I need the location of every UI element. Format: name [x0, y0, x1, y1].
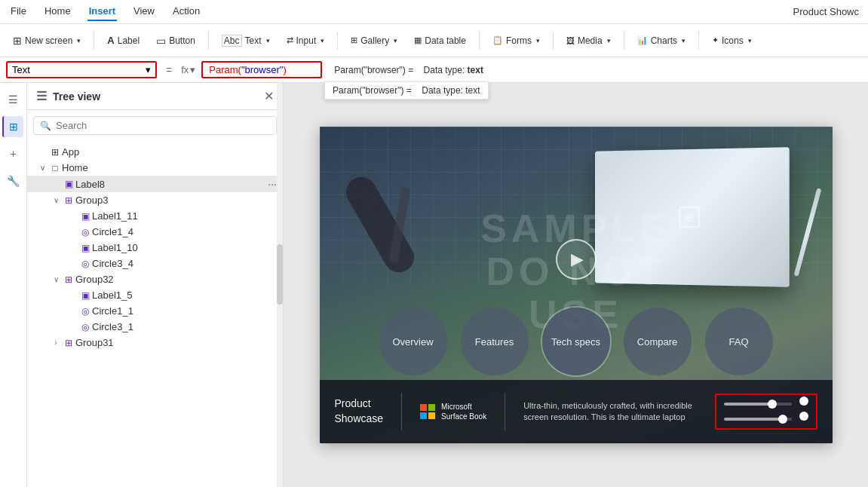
tree-item-label1-5[interactable]: ▣ Label1_5 — [27, 287, 283, 303]
divider-1 — [94, 32, 94, 50]
tree-item-circle1-4-label: Circle1_4 — [92, 226, 283, 237]
search-input[interactable] — [56, 120, 270, 131]
footer-divider-2 — [505, 393, 505, 430]
slider-thumb-2[interactable] — [778, 415, 787, 424]
tree-item-circle3-4-label: Circle3_4 — [92, 258, 283, 269]
formula-fx-button[interactable]: fx ▾ — [181, 64, 195, 75]
button-icon: ▭ — [156, 35, 166, 47]
nav-btn-features[interactable]: Features — [461, 308, 529, 375]
preview-image: ⊞ SAMPLE DO NOT USE ▶ — [320, 127, 833, 443]
tree-item-circle1-1-label: Circle1_1 — [92, 305, 283, 317]
sidebar-plus-icon[interactable]: + — [3, 143, 24, 164]
data-table-label: Data table — [425, 35, 466, 46]
tree-item-circle3-1-label: Circle3_1 — [92, 321, 283, 332]
charts-caret: ▾ — [682, 37, 686, 44]
footer-logo-text: Microsoft Surface Book — [441, 402, 486, 421]
menu-items: File Home Insert View Action — [9, 2, 201, 21]
media-caret: ▾ — [607, 37, 611, 44]
tree-item-group32[interactable]: ∨ ⊞ Group32 — [27, 271, 283, 287]
menu-file[interactable]: File — [9, 2, 28, 21]
window-title: Product Showc — [793, 6, 859, 17]
footer-logo: Microsoft Surface Book — [420, 402, 486, 421]
tree-item-group31-label: Group31 — [75, 337, 283, 348]
forms-icon: 📋 — [492, 35, 503, 45]
circle1-4-icon: ◎ — [78, 227, 92, 237]
circle3-1-icon: ◎ — [78, 322, 92, 332]
sidebar-components-icon[interactable]: 🔧 — [3, 170, 24, 191]
tree-scrollbar-thumb[interactable] — [277, 244, 283, 305]
menu-action[interactable]: Action — [171, 2, 201, 21]
formula-param-str: "browser" — [241, 64, 283, 75]
label1-11-icon: ▣ — [78, 211, 92, 222]
nav-btn-compare[interactable]: Compare — [624, 308, 692, 375]
tree-item-circle3-4[interactable]: ◎ Circle3_4 — [27, 256, 283, 271]
menu-insert[interactable]: Insert — [87, 2, 117, 21]
formula-bar: Text ▾ = fx ▾ Param("browser") Param("br… — [0, 57, 868, 83]
tree-item-circle1-4[interactable]: ◎ Circle1_4 — [27, 224, 283, 240]
tree-item-group3-label: Group3 — [75, 194, 283, 206]
media-button[interactable]: 🖼 Media ▾ — [560, 32, 618, 50]
nav-btn-compare-label: Compare — [637, 336, 677, 348]
nav-btn-tech-specs[interactable]: Tech specs — [542, 308, 610, 375]
data-table-icon: ▦ — [414, 35, 422, 45]
new-screen-button[interactable]: ⊞ New screen ▾ — [6, 31, 87, 51]
charts-button[interactable]: 📊 Charts ▾ — [630, 32, 692, 50]
tree-close-button[interactable]: ✕ — [264, 89, 274, 103]
nav-buttons: Overview Features Tech specs Compare FAQ — [320, 308, 833, 375]
formula-input[interactable]: Param("browser") — [201, 61, 322, 78]
search-icon: 🔍 — [40, 121, 51, 131]
tree-item-group3[interactable]: ∨ ⊞ Group3 — [27, 192, 283, 208]
tree-item-app[interactable]: ⊞ App — [27, 144, 283, 160]
tree-item-label1-11[interactable]: ▣ Label1_11 — [27, 208, 283, 224]
tree-item-label1-5-label: Label1_5 — [92, 289, 283, 301]
data-table-button[interactable]: ▦ Data table — [407, 32, 473, 50]
media-label: Media — [578, 35, 603, 46]
text-button[interactable]: Abc Text ▾ — [215, 31, 277, 51]
menu-home[interactable]: Home — [43, 2, 72, 21]
icons-button[interactable]: ✦ Icons ▾ — [705, 32, 759, 50]
app-icon: ⊞ — [48, 147, 62, 158]
divider-3 — [337, 32, 338, 50]
formula-data-type-label: Data type: — [424, 65, 465, 75]
slider-end-thumb-2[interactable] — [799, 412, 808, 421]
tree-search-box[interactable]: 🔍 — [33, 116, 277, 135]
forms-button[interactable]: 📋 Forms ▾ — [486, 32, 547, 50]
formula-selector-text: Text — [12, 64, 30, 75]
tree-item-group31[interactable]: › ⊞ Group31 — [27, 335, 283, 351]
gallery-button[interactable]: ⊞ Gallery ▾ — [344, 32, 404, 50]
formula-hint-label: Param("browser") = — [334, 65, 413, 75]
sidebar-icons: ☰ ⊞ + 🔧 — [0, 83, 27, 487]
footer-sliders — [715, 394, 817, 430]
formula-selector[interactable]: Text ▾ — [6, 61, 157, 78]
input-button[interactable]: ⇄ Input ▾ — [280, 32, 332, 50]
tree-item-label8[interactable]: ▣ Label8 ··· — [27, 176, 283, 192]
tree-item-circle3-1[interactable]: ◎ Circle3_1 — [27, 319, 283, 335]
tree-hamburger-button[interactable]: ☰ — [36, 89, 47, 103]
footer-description: Ultra-thin, meticulously crafted, with i… — [523, 400, 696, 424]
slider-track-1 — [724, 403, 792, 406]
ms-green-cell — [428, 404, 435, 411]
sidebar-layers-icon[interactable]: ⊞ — [2, 116, 23, 137]
tree-item-circle1-1[interactable]: ◎ Circle1_1 — [27, 303, 283, 319]
tree-item-home[interactable]: ∨ □ Home — [27, 160, 283, 176]
play-button[interactable]: ▶ — [556, 239, 597, 280]
menu-view[interactable]: View — [132, 2, 156, 21]
nav-btn-overview-label: Overview — [392, 336, 433, 348]
slider-fill-1 — [724, 403, 771, 406]
label-icon: A — [107, 35, 114, 46]
nav-btn-overview[interactable]: Overview — [379, 308, 447, 375]
slider-thumb-1[interactable] — [768, 400, 777, 409]
label1-10-icon: ▣ — [78, 243, 92, 253]
button-button[interactable]: ▭ Button — [149, 31, 202, 51]
tree-view-title: Tree view — [53, 90, 100, 103]
app-preview: ⊞ SAMPLE DO NOT USE ▶ — [320, 127, 833, 443]
tree-item-label1-10[interactable]: ▣ Label1_10 — [27, 240, 283, 256]
canvas-area: ⊞ SAMPLE DO NOT USE ▶ — [284, 83, 868, 487]
nav-btn-faq[interactable]: FAQ — [705, 308, 773, 375]
tooltip-text: Param("browser") = — [333, 85, 412, 96]
slider-end-thumb-1[interactable] — [799, 397, 808, 406]
sidebar-hamburger-icon[interactable]: ☰ — [3, 89, 24, 110]
label1-5-icon: ▣ — [78, 290, 92, 301]
label-button[interactable]: A Label — [100, 31, 146, 50]
label8-icon: ▣ — [62, 179, 75, 189]
